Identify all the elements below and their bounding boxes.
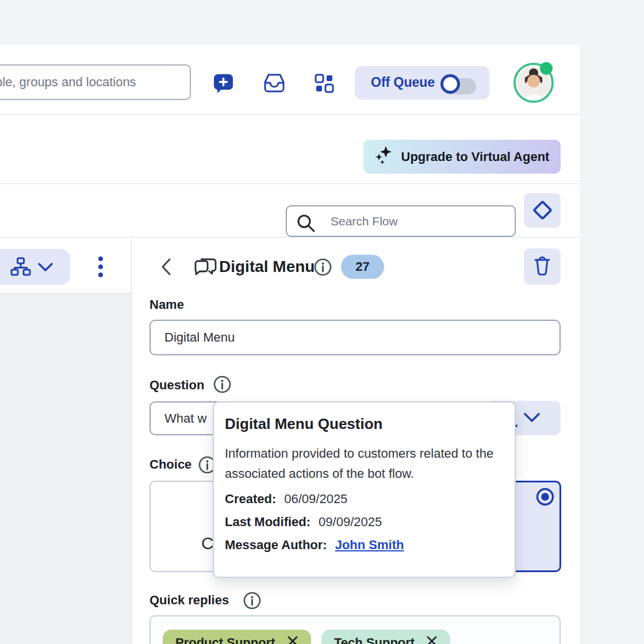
divider bbox=[0, 183, 580, 184]
flow-canvas-background bbox=[0, 293, 131, 644]
panel-title: Digital Menu bbox=[219, 258, 315, 276]
question-label: Question bbox=[150, 378, 204, 393]
info-icon bbox=[314, 258, 332, 276]
inbox-icon bbox=[263, 86, 285, 95]
remove-chip-icon[interactable] bbox=[426, 635, 438, 644]
quick-replies-container: Product Support Tech Support bbox=[150, 615, 561, 644]
trash-icon bbox=[532, 255, 552, 278]
status-dot bbox=[540, 62, 553, 75]
tooltip-title: Digital Menu Question bbox=[225, 415, 504, 433]
tooltip-created-row: Created:06/09/2025 bbox=[225, 492, 504, 507]
remove-chip-icon[interactable] bbox=[287, 635, 298, 644]
new-chat-button[interactable] bbox=[213, 72, 234, 95]
created-value: 06/09/2025 bbox=[284, 492, 347, 506]
quick-reply-label: Tech Support bbox=[334, 635, 415, 644]
last-modified-value: 09/09/2025 bbox=[319, 515, 382, 529]
created-label: Created: bbox=[225, 492, 276, 506]
off-queue-control: Off Queue bbox=[355, 66, 489, 99]
info-tooltip: Digital Menu Question Information provid… bbox=[213, 401, 516, 578]
quick-reply-chip[interactable]: Product Support bbox=[163, 630, 311, 644]
info-icon bbox=[243, 592, 261, 610]
chat-bubbles-icon bbox=[194, 256, 218, 282]
choice-card-text: C bbox=[201, 534, 214, 553]
name-label: Name bbox=[150, 297, 184, 312]
upgrade-virtual-agent-button[interactable]: Upgrade to Virtual Agent bbox=[363, 140, 561, 174]
panel-info-button[interactable] bbox=[314, 258, 332, 278]
quick-reply-label: Product Support bbox=[175, 635, 275, 644]
apps-grid-icon bbox=[315, 86, 334, 95]
quick-replies-info-button[interactable] bbox=[243, 592, 261, 611]
off-queue-label: Off Queue bbox=[371, 75, 435, 90]
kebab-icon bbox=[97, 272, 104, 281]
inbox-button[interactable] bbox=[263, 73, 285, 95]
choice-label: Choice bbox=[150, 457, 191, 472]
panel-divider bbox=[131, 237, 132, 644]
upgrade-virtual-agent-label: Upgrade to Virtual Agent bbox=[401, 150, 550, 164]
sparkles-icon bbox=[375, 145, 393, 168]
quick-reply-chip[interactable]: Tech Support bbox=[321, 630, 450, 644]
chevron-down-icon bbox=[38, 263, 53, 274]
apps-button[interactable] bbox=[315, 74, 334, 95]
people-search-input[interactable] bbox=[0, 64, 191, 100]
chat-add-icon bbox=[213, 87, 234, 95]
node-count-badge: 27 bbox=[341, 255, 384, 279]
tooltip-author-row: Message Author:John Smith bbox=[225, 538, 504, 553]
tooltip-body: Information provided to customers relate… bbox=[225, 443, 504, 484]
question-info-button[interactable] bbox=[213, 375, 231, 395]
flow-layout-dropdown[interactable] bbox=[0, 249, 70, 285]
name-input[interactable] bbox=[150, 320, 561, 355]
delete-node-button[interactable] bbox=[524, 248, 561, 285]
back-chevron-icon bbox=[161, 269, 171, 278]
more-options-button[interactable] bbox=[97, 256, 105, 279]
radio-selected-icon[interactable] bbox=[535, 487, 555, 509]
node-tool-button[interactable] bbox=[524, 193, 561, 228]
tooltip-modified-row: Last Modified:09/09/2025 bbox=[225, 515, 504, 530]
diamond-icon bbox=[532, 200, 553, 220]
author-label: Message Author: bbox=[225, 538, 327, 552]
last-modified-label: Last Modified: bbox=[225, 515, 310, 529]
quick-replies-label: Quick replies bbox=[150, 593, 229, 608]
divider bbox=[0, 237, 580, 237]
back-button[interactable] bbox=[161, 258, 171, 278]
off-queue-toggle-knob[interactable] bbox=[440, 74, 460, 94]
sitemap-icon bbox=[10, 257, 31, 278]
info-icon bbox=[213, 375, 231, 393]
author-link[interactable]: John Smith bbox=[335, 538, 404, 552]
chevron-down-icon bbox=[524, 413, 540, 425]
search-flow-input[interactable] bbox=[286, 205, 516, 237]
search-icon bbox=[296, 213, 316, 235]
